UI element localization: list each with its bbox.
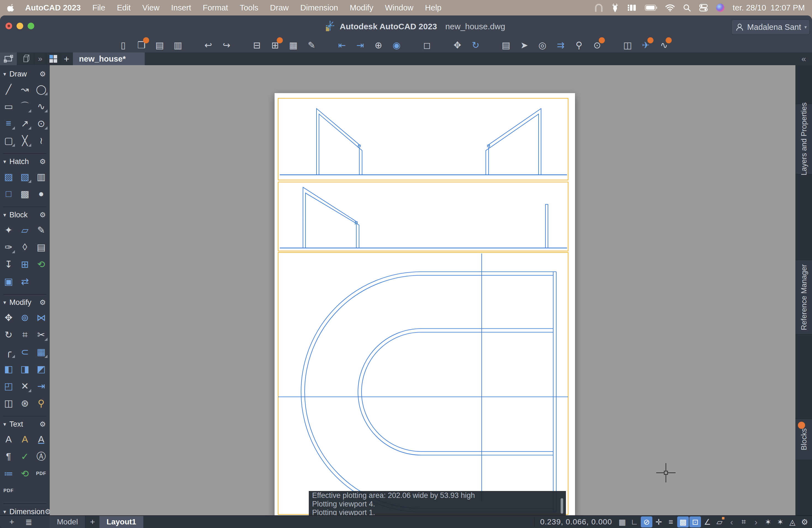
viewport-1-frame[interactable] (278, 98, 568, 180)
apple-logo-icon[interactable] (7, 4, 14, 12)
arc-app-icon[interactable] (595, 2, 603, 13)
pdf-text-settings-tool[interactable]: PDF (1, 483, 17, 498)
attach-icon[interactable]: ⊕ (371, 39, 386, 52)
gear-icon[interactable]: ⚙ (40, 420, 46, 429)
menu-item-file[interactable]: File (86, 3, 111, 12)
viewport-grid-button[interactable] (46, 53, 60, 65)
circle-tool[interactable]: ◯ (33, 81, 49, 97)
match-properties-icon[interactable]: ⇉ (553, 39, 568, 52)
edit-attribute-tool[interactable]: ✑ (1, 239, 17, 255)
collapse-caret-icon[interactable]: ▾ (3, 71, 6, 77)
convert-to-block-tool[interactable]: ⊛ (17, 395, 33, 411)
spell-check-tool[interactable]: ✓ (17, 449, 33, 464)
hatch-region-tool[interactable]: ▩ (17, 186, 33, 202)
annotation-scale-toggle[interactable]: ✶ (762, 516, 774, 527)
ortho-mode-toggle[interactable]: ∟ (628, 516, 640, 527)
zoom-window-icon[interactable]: ◻ (420, 39, 434, 52)
gear-icon[interactable]: ⚙ (45, 508, 50, 516)
insert-block-tool[interactable]: ▱ (17, 222, 33, 238)
text-style-tool[interactable]: ≔ (1, 466, 17, 481)
extend-tool[interactable]: ✕ (17, 378, 33, 394)
save-icon[interactable]: ▤ (153, 39, 167, 52)
user-account-button[interactable]: Madalena Sant ▾ (731, 19, 810, 35)
section-header-block[interactable]: ▾Block⚙ (0, 209, 50, 220)
tab-reference-manager[interactable]: Reference Manager (796, 260, 812, 334)
lineweight-toggle[interactable]: ≡ (665, 516, 677, 527)
edit-text-tool[interactable]: A (17, 431, 33, 447)
collapse-caret-icon[interactable]: ▾ (3, 421, 6, 427)
measure-tool[interactable]: ↗ (17, 115, 33, 131)
settings-gear-toggle[interactable]: ⚙ (799, 516, 810, 527)
menu-item-window[interactable]: Window (379, 3, 419, 12)
tab-model[interactable]: Model (50, 516, 86, 528)
plot-icon[interactable]: ⊟ (250, 39, 264, 52)
explode-tool[interactable]: ◧ (1, 361, 17, 377)
view-3d-button[interactable] (17, 53, 34, 65)
rotate-tool[interactable]: ↻ (1, 327, 17, 342)
line-tool[interactable]: ╱ (1, 81, 17, 97)
export-icon[interactable]: ⇥ (353, 39, 367, 52)
section-header-hatch[interactable]: ▾Hatch⚙ (0, 156, 50, 167)
gear-icon[interactable]: ⚙ (40, 157, 46, 166)
menu-item-autocad-2023[interactable]: AutoCAD 2023 (19, 3, 86, 12)
viewport-2-frame[interactable] (278, 182, 568, 251)
open-file-icon[interactable]: ❒ (134, 39, 149, 52)
collapse-caret-icon[interactable]: ▾ (3, 158, 6, 165)
count-icon[interactable]: ⊙ (590, 39, 604, 52)
sketch-tool[interactable]: ≀ (33, 133, 49, 148)
quick-select-icon[interactable]: ➤ (517, 39, 532, 52)
align-tool[interactable]: ◫ (1, 395, 17, 411)
polar-tracking-toggle[interactable]: ⊘ (641, 516, 652, 527)
pdf-import-text-tool[interactable]: PDF (33, 466, 49, 481)
close-button[interactable] (5, 23, 12, 29)
chevron-left-toggle[interactable]: ‹ (726, 516, 737, 527)
menu-item-format[interactable]: Format (197, 3, 234, 12)
attribute-manager-tool[interactable]: ▤ (33, 239, 49, 255)
control-center-icon[interactable] (699, 2, 708, 13)
save-as-icon[interactable]: ▥ (171, 39, 185, 52)
multiline-tool[interactable]: ≡ (1, 115, 17, 131)
palette-menu-button[interactable]: ≣ (25, 517, 32, 527)
attribute-tag-tool[interactable]: ◊ (17, 239, 33, 255)
pan-icon[interactable]: ✥ (450, 39, 465, 52)
menubar-clock[interactable]: ter. 28/10 12:07 PM (733, 3, 805, 12)
write-block-tool[interactable]: ↧ (1, 256, 17, 272)
hatch-tool[interactable]: ▨ (1, 169, 17, 185)
drawing-compare-icon[interactable]: ◫ (620, 39, 635, 52)
gear-icon[interactable]: ⚙ (40, 70, 46, 78)
object-snap-toggle[interactable]: ✛ (653, 516, 665, 527)
fillet-tool[interactable]: ╭ (1, 344, 17, 360)
attribute-display-tool[interactable]: ▣ (1, 274, 17, 289)
arc-tool[interactable]: ⌒ (17, 98, 33, 114)
boundary-tool[interactable]: □ (1, 186, 17, 202)
rectangle-tool[interactable]: ▭ (1, 98, 17, 114)
array-tool[interactable]: ▦ (33, 344, 49, 360)
trim-tool[interactable]: ✂ (33, 327, 49, 342)
zoom-button[interactable] (28, 23, 34, 29)
view-overflow-chevron[interactable]: » (34, 53, 46, 65)
add-palette-button[interactable]: + (10, 517, 14, 527)
object-snap-tracking-toggle[interactable]: ⊡ (690, 516, 701, 527)
undo-icon[interactable]: ↩ (201, 39, 215, 52)
document-tab[interactable]: new_house* (73, 53, 145, 65)
drafting-settings-toggle[interactable]: ▦ (617, 516, 628, 527)
tab-layout1[interactable]: Layout1 (99, 516, 143, 528)
offset-tool[interactable]: ⊂ (17, 344, 33, 360)
search-icon[interactable] (683, 2, 691, 13)
snap-grid-toggle[interactable]: ▩ (677, 516, 689, 527)
sync-attributes-tool[interactable]: ⟲ (33, 256, 49, 272)
menu-item-tools[interactable]: Tools (234, 3, 264, 12)
copy-nested-tool[interactable]: ◩ (33, 361, 49, 377)
scale-tool[interactable]: ◰ (1, 378, 17, 394)
redo-icon[interactable]: ↪ (219, 39, 234, 52)
drawing-canvas[interactable]: Y X (50, 65, 795, 515)
menu-item-help[interactable]: Help (419, 3, 447, 12)
collapse-caret-icon[interactable]: ▾ (3, 509, 6, 515)
gear-icon[interactable]: ⚙ (40, 298, 46, 307)
tab-blocks[interactable]: Blocks (796, 419, 812, 460)
multiline-text-tool[interactable]: ¶ (1, 449, 17, 464)
collapse-right-panel-chevron[interactable]: « (795, 53, 812, 65)
copy-tool[interactable]: ⊚ (17, 310, 33, 325)
menu-item-edit[interactable]: Edit (111, 3, 136, 12)
menu-item-view[interactable]: View (136, 3, 165, 12)
